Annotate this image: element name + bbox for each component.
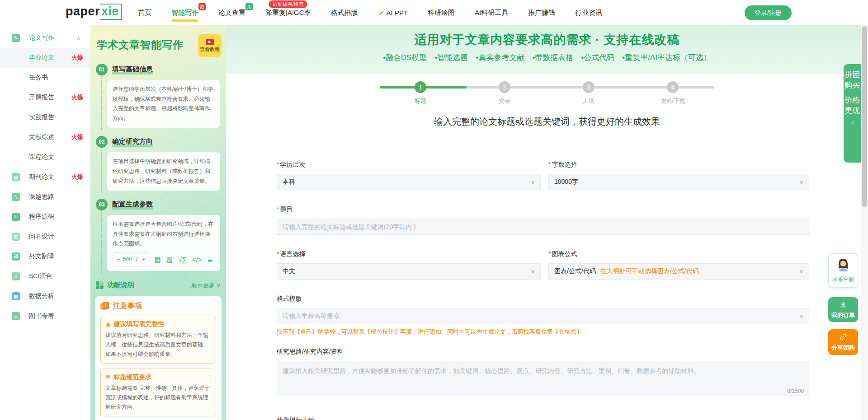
- nav-item-plagiarism-check[interactable]: 论文查重 免: [218, 0, 245, 25]
- my-orders-button[interactable]: 我的订单: [828, 297, 858, 322]
- sidebar-item-topic-ideas[interactable]: ϟ 课题思路: [0, 187, 90, 207]
- scrollbar[interactable]: [861, 25, 868, 420]
- login-register-button[interactable]: 登录/注册: [745, 5, 792, 20]
- step-3-header: 03 配置生成参数: [96, 199, 226, 210]
- plus-icon[interactable]: +: [142, 254, 145, 265]
- translate-icon: 译: [12, 252, 20, 261]
- language-label: 语言选择: [280, 250, 305, 257]
- main-content: 适用对于文章内容要求高的需求 · 支持在线改稿 •融合DS模型 •智能选题 •真…: [226, 25, 868, 420]
- notice-header: ! 注意事项: [100, 301, 216, 311]
- nav-item-reduce-aigc[interactable]: 降重复|AIGC率 适配知网/维普: [265, 0, 311, 25]
- cnki-badge: 适配知网/维普: [269, 0, 307, 8]
- chart-formula-select[interactable]: 图表/公式/代码 在大纲处可手动选择图表/公式/代码 ∨: [548, 263, 809, 280]
- nav-item-sci-drawing[interactable]: 科研绘图: [428, 0, 455, 25]
- chart-formula-hint: 在大纲处可手动选择图表/公式/代码: [600, 267, 699, 275]
- sidebar-item-questionnaire[interactable]: ▥ 问卷设计: [0, 227, 90, 247]
- formula-icon[interactable]: √∑: [178, 253, 187, 266]
- school-template-select[interactable]: 请输入学校名称搜索 ∨: [277, 308, 809, 324]
- sidebar-item-practice-report[interactable]: 实践报告: [0, 107, 90, 127]
- form-subtitle: 输入完整的论文标题或选题关键词，获得更好的生成效果: [226, 116, 868, 128]
- progress-step-download[interactable]: 4 浏览/下载: [646, 81, 700, 105]
- sidebar-item-data-analysis[interactable]: ▦ 数据分析: [0, 286, 90, 306]
- grid-squares-icon: [96, 281, 104, 289]
- hot-label: 火爆: [71, 54, 83, 62]
- download-icon: [840, 301, 847, 308]
- progress-step-literature[interactable]: 2 文献: [477, 81, 532, 105]
- sidebar-item-sci-polish[interactable]: S SCI润色: [0, 266, 90, 286]
- sidebar-item-course-paper[interactable]: 课程论文: [0, 147, 90, 167]
- notice-item-title-rules: ▤标题规范要求 文章标题需要 完整、准确、具体，避免过于宽泛或模糊的表述，好的标…: [100, 369, 216, 416]
- view-tutorial-button[interactable]: ▶ 查看教程: [198, 34, 222, 57]
- progress-step-outline[interactable]: 3 大纲: [561, 81, 616, 105]
- sidebar-group-paper-writing[interactable]: ✎ 论文写作 ∧: [0, 28, 90, 48]
- title-input[interactable]: [277, 219, 809, 235]
- journal-icon: ▤: [12, 173, 20, 181]
- sidebar-item-source-code[interactable]: ≋ 程序源码: [0, 207, 90, 227]
- notice-item-completeness: ▣建议填写项完整性 建议填写研究思路、研究材料和方法三个输入框，这些信息是生成高…: [100, 316, 216, 364]
- chevron-down-icon: ∨: [531, 179, 535, 185]
- nav-item-industry-news[interactable]: 行业资讯: [575, 0, 602, 25]
- step-3-badge: 03: [96, 199, 108, 210]
- logo[interactable]: paperxie: [66, 5, 122, 19]
- hero-banner: 适用对于文章内容要求高的需求 · 支持在线改稿 •融合DS模型 •智能选题 •真…: [226, 25, 868, 74]
- education-select[interactable]: 本科 ∨: [277, 174, 541, 190]
- nav-item-home[interactable]: 首页: [138, 0, 151, 25]
- nav-item-smart-writing[interactable]: 智能写作 热: [171, 0, 198, 25]
- nav-item-formatting[interactable]: 格式排版: [331, 0, 358, 25]
- chevron-down-icon: ∨: [531, 268, 535, 275]
- bar-chart-icon: ▦: [12, 292, 20, 300]
- proposal-upload-label: 开题报告上传: [277, 416, 315, 420]
- magic-wand-icon: [378, 9, 385, 16]
- wordcount-stepper[interactable]: − 500 字 +: [113, 252, 149, 266]
- layers-icon: ≋: [12, 213, 20, 221]
- chevron-up-icon: ∧: [76, 35, 80, 41]
- share-group-buy-button[interactable]: 分享团购: [828, 329, 858, 355]
- nav-item-ai-tools[interactable]: AI科研工具: [475, 0, 508, 25]
- image-icon[interactable]: ▧: [166, 253, 173, 266]
- top-navbar: paperxie 首页 智能写作 热 论文查重 免 降重复|AIGC率 适配知网…: [0, 0, 868, 25]
- sidebar-item-foreign-translation[interactable]: 译 外文翻译: [0, 247, 90, 266]
- support-agent-avatar: [835, 257, 851, 272]
- format-template-label: 格式模版: [277, 295, 302, 302]
- warning-stack-icon: !: [100, 302, 109, 311]
- scrollbar-thumb[interactable]: [862, 26, 867, 207]
- show-more-link[interactable]: 展示更多 ∨: [191, 281, 221, 289]
- sidebar-item-journal-paper[interactable]: ▤ 期刊论文 火爆: [0, 167, 90, 187]
- guide-panel: 学术文章智能写作 ▶ 查看教程 01 填写基础信息 选择您的学历层次（本科/硕士…: [90, 25, 226, 420]
- progress-step-title[interactable]: 1 标题: [393, 81, 448, 105]
- list-icon[interactable]: ≣: [208, 253, 213, 266]
- research-textarea[interactable]: [277, 361, 809, 396]
- logo-text-xie: xie: [100, 4, 122, 20]
- sidebar-item-literature-review[interactable]: 文献综述 火爆: [0, 127, 90, 147]
- step-2-body: 在项目选择中明确您的研究领域，详细描述研究思路、研究材料（或数据报告）和研究方法…: [101, 148, 226, 192]
- nav-item-promotion[interactable]: 推广赚钱: [528, 0, 555, 25]
- hot-label: 火爆: [71, 173, 83, 181]
- step-1-badge: 01: [96, 64, 108, 75]
- step-1-header: 01 填写基础信息: [96, 64, 226, 75]
- code-icon[interactable]: </>: [192, 253, 202, 266]
- hot-label: 火爆: [71, 133, 83, 141]
- pointer-hand-icon: ☝: [844, 117, 861, 128]
- sidebar-item-task-book[interactable]: 任务书: [0, 68, 90, 88]
- group-buy-banner[interactable]: 拼团购买 价格更优 ☝: [844, 64, 861, 163]
- wordcount-label: 字数选择: [552, 161, 577, 168]
- wordcount-select[interactable]: 10000字 ∨: [548, 174, 809, 190]
- table-icon[interactable]: ▦: [155, 253, 161, 266]
- sidebar-item-proposal-report[interactable]: 开题报告 火爆: [0, 88, 90, 107]
- book-icon: ▣: [105, 321, 111, 328]
- template-help-note: 找不到【自己】的学校，可以联系【橙色按钮】客服，进行添加。同时也可以先生成论文，…: [277, 328, 809, 336]
- document-icon: ▤: [105, 374, 111, 381]
- step-3-body: 根据需要选择是否包含图片/公式/代码，在具体要求需要在大纲处的右侧进行选择操作点…: [101, 210, 226, 273]
- contact-support-button[interactable]: 联系客服: [828, 253, 858, 288]
- sidebar-item-graduation-thesis[interactable]: 毕业论文 火爆: [0, 48, 90, 68]
- page: paperxie 首页 智能写作 热 论文查重 免 降重复|AIGC率 适配知网…: [0, 0, 868, 420]
- language-select[interactable]: 中文 ∨: [277, 263, 541, 280]
- step-2-badge: 02: [96, 136, 108, 148]
- minus-icon[interactable]: −: [117, 254, 120, 265]
- play-icon: ▶: [206, 39, 214, 45]
- nav-item-ai-ppt[interactable]: AI PPT: [378, 0, 408, 25]
- step-2-description: 在项目选择中明确您的研究领域，详细描述研究思路、研究材料（或数据报告）和研究方法…: [107, 152, 220, 191]
- sidebar-item-book-monograph[interactable]: ≣ 图书专著: [0, 306, 90, 326]
- title-label: 题目: [280, 205, 292, 213]
- chevron-down-icon: ∨: [799, 179, 803, 185]
